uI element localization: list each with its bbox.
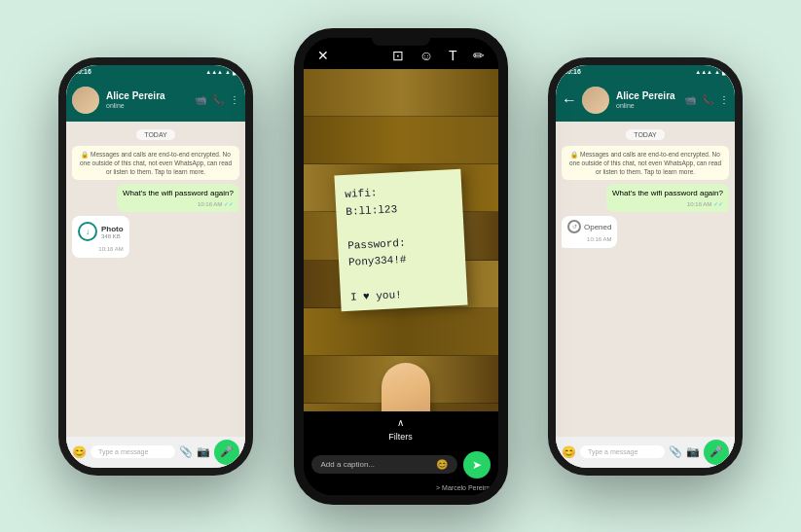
phone-left: 10:16 ▲▲▲ ▲ ▊ Alice Pereira online 📹 📞 ⋮ (58, 57, 253, 476)
msg-out-wifi-right: What's the wifi password again? 10:16 AM… (606, 184, 729, 213)
wa-header-left[interactable]: Alice Pereira online 📹 📞 ⋮ (66, 79, 245, 122)
photo-circle: ↓ (78, 222, 97, 241)
caption-bar: Add a caption... 😊 ➤ (304, 447, 498, 482)
chat-body-left: TODAY 🔒 Messages and calls are end-to-en… (66, 122, 245, 437)
loading-icon: ↺ (572, 223, 577, 231)
status-bar-left: 10:16 ▲▲▲ ▲ ▊ (66, 65, 245, 79)
opened-circle: ↺ (567, 220, 581, 233)
msg-out-wifi-left: What's the wifi password again? 10:16 AM… (117, 184, 239, 213)
header-icons-left: 📹 📞 ⋮ (195, 94, 239, 105)
wa-screen-left: 10:16 ▲▲▲ ▲ ▊ Alice Pereira online 📹 📞 ⋮ (66, 65, 245, 468)
video-icon-left[interactable]: 📹 (195, 94, 206, 105)
chat-body-right: TODAY 🔒 Messages and calls are end-to-en… (556, 122, 735, 437)
phone-center: ✕ ⊡ ☺ T ✏ (294, 28, 508, 505)
contact-name-left: Alice Pereira (106, 90, 191, 102)
msg-time-left: 10:16 AM ✓✓ (123, 200, 234, 208)
caption-emoji-icon[interactable]: 😊 (436, 459, 448, 470)
emoji-btn-left[interactable]: 😊 (72, 445, 87, 459)
status-time-right: 10:16 (564, 68, 581, 75)
input-field-left[interactable]: Type a message (91, 445, 175, 458)
phone-right: 10:16 ▲▲▲ ▲ ▊ ← Alice Pereira online 📹 📞… (548, 57, 743, 476)
status-icons-right: ▲▲▲ ▲ ▊ (695, 68, 727, 75)
draw-icon-center[interactable]: ✏ (473, 48, 485, 63)
caption-placeholder: Add a caption... (321, 460, 376, 469)
msg-time-right: 10:16 AM ✓✓ (612, 200, 723, 208)
opened-row: ↺ Opened (567, 220, 611, 233)
top-icons-right: ⊡ ☺ T ✏ (392, 48, 485, 63)
photo-bubble-left[interactable]: ↓ Photo 348 KB 10:16 AM (72, 216, 129, 258)
input-bar-right: 😊 Type a message 📎 📷 🎤 (556, 437, 735, 468)
send-icon-center: ➤ (472, 458, 482, 472)
mic-btn-right[interactable]: 🎤 (704, 440, 729, 465)
mic-icon-left: 🎤 (220, 445, 234, 458)
photo-icon-row: ↓ Photo 348 KB (78, 222, 124, 241)
camera-btn-right[interactable]: 📷 (686, 445, 700, 458)
sticky-note: wifi: B:ll:l23 Password: Pony334!# I ♥ y… (334, 168, 467, 311)
sticky-text: wifi: B:ll:l23 Password: Pony334!# I ♥ y… (345, 181, 457, 306)
filters-bar: ∧ Filters (304, 411, 498, 447)
wifi-icon-left: ▲ (225, 69, 231, 75)
contact-label-center: > Marcelo Pereira (304, 482, 498, 495)
phone-icon-right[interactable]: 📞 (702, 94, 713, 105)
back-icon-right[interactable]: ← (562, 91, 577, 109)
mic-btn-left[interactable]: 🎤 (214, 440, 239, 465)
date-label-right: TODAY (626, 129, 664, 140)
contact-name-right: Alice Pereira (616, 90, 680, 102)
filters-label: Filters (388, 432, 413, 442)
more-icon-left[interactable]: ⋮ (230, 94, 239, 105)
phone-notch (372, 38, 430, 46)
signal-icon-right: ▲▲▲ (695, 69, 712, 75)
close-icon-center[interactable]: ✕ (317, 48, 329, 63)
more-icon-right[interactable]: ⋮ (719, 94, 729, 105)
battery-icon-right: ▊ (722, 68, 727, 75)
wa-screen-right: 10:16 ▲▲▲ ▲ ▊ ← Alice Pereira online 📹 📞… (556, 65, 735, 468)
opened-text: Opened (584, 222, 611, 232)
avatar-right (582, 87, 609, 114)
attach-btn-left[interactable]: 📎 (179, 445, 193, 458)
signal-icon-left: ▲▲▲ (205, 69, 223, 75)
contact-info-left: Alice Pereira online (106, 90, 191, 109)
wa-header-right[interactable]: ← Alice Pereira online 📹 📞 ⋮ (556, 79, 735, 122)
hand-area (382, 363, 430, 411)
msg-text-left: What's the wifi password again? (123, 189, 234, 197)
mic-icon-right: 🎤 (710, 445, 723, 458)
contact-info-right: Alice Pereira online (616, 90, 680, 109)
battery-icon-left: ▊ (233, 68, 237, 75)
header-icons-right: 📹 📞 ⋮ (684, 94, 729, 105)
input-bar-left: 😊 Type a message 📎 📷 🎤 (66, 437, 245, 468)
wifi-icon-right: ▲ (714, 69, 720, 75)
caption-input[interactable]: Add a caption... 😊 (311, 455, 457, 474)
status-time-left: 10:16 (74, 68, 91, 75)
crop-icon-center[interactable]: ⊡ (392, 48, 404, 63)
opened-time: 10:16 AM (567, 235, 611, 243)
emoji-btn-right[interactable]: 😊 (562, 445, 576, 459)
contact-status-right: online (616, 102, 680, 109)
emoji-icon-center[interactable]: ☺ (419, 48, 433, 63)
contact-status-left: online (106, 102, 191, 109)
avatar-img-left (72, 87, 99, 114)
opened-bubble: ↺ Opened 10:16 AM (562, 216, 617, 247)
text-icon-center[interactable]: T (449, 48, 457, 63)
attach-btn-right[interactable]: 📎 (669, 445, 682, 458)
status-bar-right: 10:16 ▲▲▲ ▲ ▊ (556, 65, 735, 79)
send-btn-center[interactable]: ➤ (463, 451, 491, 479)
filters-chevron-icon: ∧ (397, 417, 404, 428)
input-placeholder-left: Type a message (98, 448, 148, 455)
avatar-img-right (582, 87, 609, 114)
marcelo-name: Marcelo Pereira (442, 484, 490, 491)
encrypted-notice-left: 🔒 Messages and calls are end-to-end encr… (72, 146, 239, 180)
photo-label: Photo (101, 225, 124, 233)
input-field-right[interactable]: Type a message (580, 445, 665, 458)
media-image-area: wifi: B:ll:l23 Password: Pony334!# I ♥ y… (304, 69, 498, 411)
msg-text-right: What's the wifi password again? (612, 189, 723, 197)
phone-icon-left[interactable]: 📞 (212, 94, 224, 105)
status-icons-left: ▲▲▲ ▲ ▊ (205, 68, 237, 75)
photo-time: 10:16 AM (78, 246, 124, 252)
download-icon-left: ↓ (86, 228, 90, 236)
video-icon-right[interactable]: 📹 (684, 94, 696, 105)
photo-size: 348 KB (101, 233, 124, 239)
avatar-left (72, 87, 99, 114)
ticks-right: ✓✓ (713, 201, 723, 207)
media-screen: ✕ ⊡ ☺ T ✏ (304, 38, 498, 495)
camera-btn-left[interactable]: 📷 (197, 445, 210, 458)
